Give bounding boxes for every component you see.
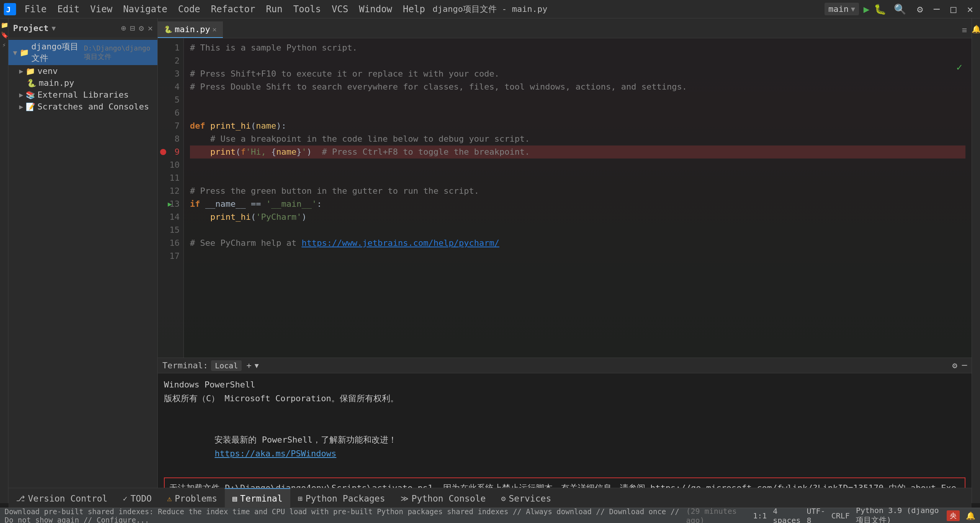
- status-spaces[interactable]: 4 spaces: [773, 507, 800, 523]
- menu-help[interactable]: Help: [398, 2, 430, 16]
- terminal-minimize-icon[interactable]: ─: [962, 361, 967, 370]
- settings-button[interactable]: ⚙: [914, 2, 926, 16]
- status-python-version[interactable]: Python 3.9 (django项目文件): [856, 506, 941, 523]
- ext-libs-label: External Libraries: [38, 90, 129, 100]
- title-bar-right: main ▼ ▶ 🐛 🔍 ⚙ ─ □ ✕: [825, 2, 976, 16]
- btab-todo[interactable]: ✓ TODO: [115, 488, 159, 508]
- project-hide-icon[interactable]: ✕: [148, 23, 153, 33]
- status-bar-left: Download pre-built shared indexes: Reduc…: [5, 507, 747, 523]
- menu-vcs[interactable]: VCS: [327, 2, 353, 16]
- window-maximize-button[interactable]: □: [947, 2, 960, 16]
- powershell-url[interactable]: https://aka.ms/PSWindows: [214, 449, 336, 458]
- menu-code[interactable]: Code: [173, 2, 205, 16]
- code-line-10: [190, 159, 965, 172]
- collapse-all-icon[interactable]: ⊟: [130, 23, 135, 33]
- terminal-label-tab: Terminal: [240, 494, 283, 503]
- version-control-icon: ⎇: [16, 494, 25, 503]
- fstr-1: 'Hi,: [246, 145, 271, 159]
- run-config-name: main: [828, 4, 849, 14]
- paren-9-close: ): [307, 145, 322, 159]
- terminal-content[interactable]: Windows PowerShell 版权所有（C） Microsoft Cor…: [158, 373, 972, 503]
- debug-button[interactable]: 🐛: [874, 3, 886, 15]
- bottom-panel: Terminal: Local + ▼ ⚙ ─ Windows PowerShe…: [158, 358, 972, 503]
- terminal-tab-dropdown[interactable]: ▼: [255, 361, 259, 369]
- btab-python-packages[interactable]: ⊞ Python Packages: [290, 488, 393, 508]
- colon-13: :: [317, 198, 322, 211]
- menu-run[interactable]: Run: [261, 2, 287, 16]
- menu-refactor[interactable]: Refactor: [206, 2, 260, 16]
- indent-14: [190, 211, 210, 224]
- status-encoding[interactable]: UTF-8: [807, 507, 825, 523]
- run-button[interactable]: ▶: [864, 3, 870, 15]
- paren-open: (: [251, 119, 256, 132]
- terminal-settings-icon[interactable]: ⚙: [952, 361, 957, 370]
- status-line-ending[interactable]: CRLF: [831, 511, 850, 520]
- btab-services[interactable]: ⚙ Services: [493, 488, 559, 508]
- line-num-13: ▶ 13: [158, 198, 183, 211]
- tree-item-ext-libs[interactable]: ▶ 📚 External Libraries: [8, 89, 157, 101]
- code-content-area[interactable]: # This is a sample Python script. # Pres…: [184, 38, 972, 358]
- code-line-14: print_hi ( 'PyCharm' ): [190, 211, 965, 224]
- btab-terminal[interactable]: ▤ Terminal: [225, 488, 290, 508]
- version-control-label: Version Control: [28, 494, 108, 503]
- pycharm-help-url[interactable]: https://www.jetbrains.com/help/pycharm/: [301, 237, 499, 250]
- tree-item-main-py[interactable]: 🐍 main.py: [8, 77, 157, 89]
- tree-arrow-venv: ▶: [19, 67, 23, 75]
- code-line-4: # Press Double Shift to search everywher…: [190, 80, 965, 93]
- code-line-7: def print_hi ( name ):: [190, 119, 965, 132]
- btab-version-control[interactable]: ⎇ Version Control: [8, 488, 115, 508]
- tree-item-scratches[interactable]: ▶ 📝 Scratches and Consoles: [8, 101, 157, 113]
- terminal-add-tab[interactable]: +: [246, 361, 251, 370]
- dunder-name: __name__ ==: [205, 198, 266, 211]
- bookmark-icon[interactable]: 🔖: [1, 31, 8, 38]
- line-num-4: 4: [158, 80, 183, 93]
- param-name: name: [256, 119, 276, 132]
- ext-libs-icon: 📚: [26, 90, 35, 100]
- locate-icon[interactable]: ⊕: [121, 23, 126, 33]
- menu-bar: File Edit View Navigate Code Refactor Ru…: [20, 2, 430, 16]
- search-everywhere-button[interactable]: 🔍: [891, 2, 909, 16]
- code-line-8: # Use a breakpoint in the code line belo…: [190, 132, 965, 145]
- title-bar: J File Edit View Navigate Code Refactor …: [0, 0, 980, 18]
- tree-item-root[interactable]: ▼ 📁 django项目文件 D:\Django\django项目文件: [8, 40, 157, 65]
- menu-tools[interactable]: Tools: [289, 2, 326, 16]
- run-configuration[interactable]: main ▼: [825, 3, 859, 15]
- menu-edit[interactable]: Edit: [53, 2, 84, 16]
- btab-problems[interactable]: ⚠ Problems: [159, 488, 225, 508]
- code-line-15: [190, 224, 965, 237]
- terminal-header: Terminal: Local + ▼ ⚙ ─: [158, 358, 972, 373]
- code-line-9: print ( f 'Hi, { name } ' ) # Press Ctrl…: [190, 145, 965, 159]
- tab-close-button[interactable]: ✕: [213, 25, 217, 33]
- tab-label-main-py: main.py: [175, 25, 210, 34]
- project-settings-icon[interactable]: ⚙: [139, 23, 144, 33]
- code-editor[interactable]: ✓ 1 2 3 4 5 6 7 8 9 10 11 12 ▶ 13: [158, 38, 972, 358]
- input-method-badge[interactable]: 央: [947, 510, 960, 521]
- structure-icon[interactable]: ⚡: [1, 41, 8, 48]
- window-minimize-button[interactable]: ─: [931, 2, 943, 16]
- code-comment-16-pre: # See PyCharm help at: [190, 237, 301, 250]
- notifications-icon[interactable]: 🔔: [972, 25, 980, 34]
- menu-file[interactable]: File: [20, 2, 51, 16]
- window-close-button[interactable]: ✕: [964, 2, 976, 16]
- editor-tab-main-py[interactable]: 🐍 main.py ✕: [158, 21, 223, 38]
- run-line-arrow: ▶: [168, 198, 172, 211]
- kw-if: if: [190, 198, 205, 211]
- menu-navigate[interactable]: Navigate: [118, 2, 172, 16]
- terminal-local-tab[interactable]: Local: [211, 360, 242, 371]
- project-panel-title: Project: [13, 23, 49, 33]
- project-sidebar-icon[interactable]: 📁: [1, 21, 8, 28]
- btab-python-console[interactable]: ≫ Python Console: [393, 488, 494, 508]
- menu-window[interactable]: Window: [354, 2, 397, 16]
- tree-item-venv[interactable]: ▶ 📁 venv: [8, 65, 157, 77]
- status-position[interactable]: 1:1: [753, 511, 767, 520]
- main-layout: 📁 🔖 ⚡ Project ▼ ⊕ ⊟ ⚙ ✕ ▼ 📁 django项目文件 D…: [0, 18, 980, 503]
- menu-view[interactable]: View: [86, 2, 117, 16]
- status-notification-icon[interactable]: 🔔: [966, 511, 975, 520]
- recent-files-button[interactable]: ≡: [962, 25, 967, 35]
- bottom-toolbar: ⎇ Version Control ✓ TODO ⚠ Problems ▤ Te…: [8, 488, 972, 508]
- run-config-dropdown-icon[interactable]: ▼: [851, 5, 855, 13]
- fstr-brace-close: }: [296, 145, 301, 159]
- project-panel-dropdown[interactable]: ▼: [52, 24, 56, 32]
- code-line-5: [190, 93, 965, 106]
- code-comment-4: # Press Double Shift to search everywher…: [190, 80, 687, 93]
